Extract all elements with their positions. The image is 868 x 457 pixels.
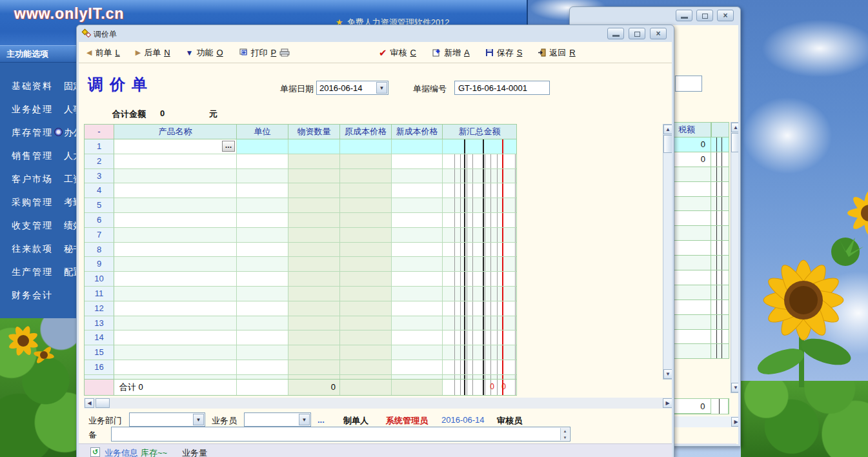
table-cell[interactable]	[114, 301, 237, 316]
col-new-cost[interactable]: 新成本价格	[392, 125, 443, 139]
table-cell[interactable]	[288, 360, 340, 375]
table-cell[interactable]	[340, 257, 392, 272]
maximize-button[interactable]	[696, 10, 713, 21]
minimize-button[interactable]	[676, 10, 692, 21]
chevron-down-icon[interactable]: ▼	[299, 414, 310, 425]
sidebar-item-col2[interactable]: 人力	[64, 150, 76, 162]
table-cell[interactable]	[340, 213, 392, 228]
table-cell[interactable]	[340, 301, 392, 316]
save-button[interactable]: 保存S	[485, 47, 523, 59]
print-button[interactable]: 打印P	[239, 47, 290, 59]
table-cell[interactable]	[392, 301, 443, 316]
tax-extra-header[interactable]	[711, 122, 729, 137]
maximize-button[interactable]	[629, 28, 645, 39]
row-number[interactable]: 12	[85, 301, 114, 316]
table-cell[interactable]	[114, 287, 237, 301]
table-cell[interactable]	[443, 330, 516, 345]
table-cell[interactable]	[114, 183, 237, 198]
table-cell[interactable]	[288, 330, 340, 345]
table-cell[interactable]	[237, 360, 288, 375]
sidebar-item-col2[interactable]: 秘书	[64, 243, 76, 255]
sidebar-item[interactable]: 库存管理	[12, 127, 61, 139]
row-number[interactable]: 6	[85, 213, 114, 228]
table-cell[interactable]	[392, 272, 443, 287]
col-product-name[interactable]: 产品名称	[114, 125, 237, 139]
scroll-up-icon[interactable]: ▲	[731, 123, 738, 132]
table-cell[interactable]: …	[114, 139, 237, 154]
background-window-titlebar[interactable]: ×	[570, 7, 740, 24]
table-cell[interactable]	[288, 301, 340, 316]
sidebar-item[interactable]: 采购管理	[12, 197, 61, 208]
sidebar-item[interactable]: 财务会计	[12, 290, 61, 301]
table-cell[interactable]	[443, 345, 516, 360]
table-cell[interactable]	[288, 169, 340, 184]
table-cell[interactable]	[237, 213, 288, 228]
table-cell[interactable]	[443, 316, 516, 331]
table-cell[interactable]	[340, 316, 392, 331]
doc-no-input[interactable]: GT-16-06-14-0001	[454, 81, 550, 95]
table-cell[interactable]	[392, 375, 443, 380]
table-cell[interactable]	[392, 169, 443, 184]
table-cell[interactable]	[237, 272, 288, 287]
table-cell[interactable]	[392, 183, 443, 198]
dept-combo[interactable]: ▼	[129, 412, 205, 427]
tab-business-info[interactable]: 业务信息	[105, 447, 138, 457]
table-cell[interactable]	[340, 169, 392, 184]
chevron-down-icon[interactable]: ▼	[193, 414, 204, 425]
scroll-thumb[interactable]	[96, 398, 110, 408]
table-cell[interactable]	[237, 257, 288, 272]
table-cell[interactable]	[114, 198, 237, 213]
table-vscrollbar[interactable]: ▲ ▼	[663, 124, 672, 380]
tab-business-volume[interactable]: 业务量	[182, 447, 207, 457]
sidebar-item-col2[interactable]: 配置	[64, 267, 76, 278]
row-number[interactable]: 5	[85, 198, 114, 213]
table-cell[interactable]	[443, 198, 516, 213]
table-cell[interactable]	[237, 375, 288, 380]
table-cell[interactable]	[340, 243, 392, 258]
table-cell[interactable]	[340, 228, 392, 243]
chevron-down-icon[interactable]: ▼	[376, 82, 387, 94]
table-cell[interactable]	[392, 345, 443, 360]
table-cell[interactable]	[237, 139, 288, 154]
sidebar-item-col2[interactable]: 固定	[64, 81, 76, 92]
table-cell[interactable]	[114, 345, 237, 360]
table-cell[interactable]	[237, 198, 288, 213]
table-cell[interactable]	[392, 213, 443, 228]
table-cell[interactable]	[288, 345, 340, 360]
row-number[interactable]: 10	[85, 272, 114, 287]
prev-doc-button[interactable]: ◀前单L	[86, 47, 120, 59]
table-cell[interactable]	[114, 272, 237, 287]
table-cell[interactable]	[114, 154, 237, 169]
next-doc-button[interactable]: ▶后单N	[136, 47, 170, 59]
row-number[interactable]: 7	[85, 228, 114, 243]
table-cell[interactable]	[237, 316, 288, 331]
table-hscrollbar[interactable]: ◀ ▶	[84, 398, 672, 409]
function-button[interactable]: ▼功能O	[186, 47, 223, 59]
sidebar-item-col2[interactable]: 工资	[64, 174, 76, 185]
tab-inventory[interactable]: 库存~~	[141, 447, 167, 457]
table-cell[interactable]	[340, 198, 392, 213]
audit-button[interactable]: ✔审核C	[379, 47, 416, 59]
table-cell[interactable]	[443, 169, 516, 184]
table-cell[interactable]	[114, 257, 237, 272]
table-cell[interactable]	[443, 228, 516, 243]
scroll-up-icon[interactable]: ▲	[663, 125, 672, 134]
table-cell[interactable]	[340, 345, 392, 360]
scroll-right-icon[interactable]: ▶	[731, 417, 738, 427]
table-cell[interactable]	[237, 228, 288, 243]
table-cell[interactable]	[288, 287, 340, 301]
table-cell[interactable]	[443, 154, 516, 169]
table-cell[interactable]	[392, 228, 443, 243]
row-number[interactable]: 11	[85, 287, 114, 301]
scroll-right-icon[interactable]: ▶	[663, 398, 672, 408]
dialog-titlebar[interactable]: 调价单 ×	[77, 25, 674, 42]
row-number[interactable]: 2	[85, 154, 114, 169]
table-cell[interactable]	[340, 360, 392, 375]
row-number[interactable]: 3	[85, 169, 114, 184]
row-number[interactable]: 1	[85, 139, 114, 154]
table-cell[interactable]	[237, 169, 288, 184]
table-cell[interactable]	[340, 183, 392, 198]
table-cell[interactable]	[443, 272, 516, 287]
table-cell[interactable]	[288, 228, 340, 243]
scroll-left-icon[interactable]: ◀	[85, 398, 94, 408]
